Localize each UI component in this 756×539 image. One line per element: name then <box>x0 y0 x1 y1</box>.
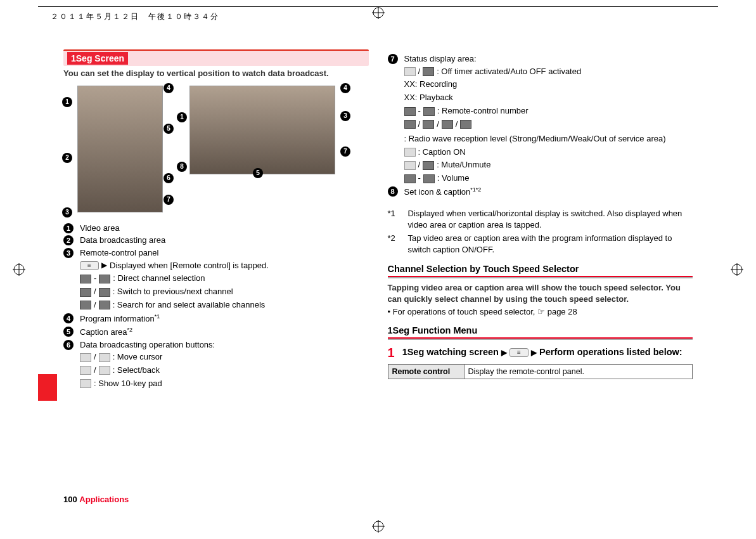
legend-7: Status display area: <box>404 53 693 65</box>
note1-label: *1 <box>388 208 402 230</box>
legend-5-sup: *2 <box>127 327 132 333</box>
legend-1: Video area <box>80 223 369 234</box>
figure-vertical <box>77 86 163 212</box>
section-title: 1Seg Screen <box>67 52 128 65</box>
autooff-icon <box>423 67 434 76</box>
up-key-icon <box>80 288 91 297</box>
legend-7c: XX: Playback <box>404 92 453 104</box>
crop-mark-left <box>13 263 25 276</box>
caption-on-icon <box>404 148 416 157</box>
remote-num-icon <box>404 107 416 116</box>
step-1: 1 1Seg watching screen ▶ ▶ Perform opera… <box>388 346 693 359</box>
offtimer-icon <box>404 67 416 76</box>
search-key-icon <box>80 301 91 309</box>
callout-3: 3 <box>62 207 72 218</box>
page-number: 100 <box>63 495 77 504</box>
channel-bullet: For operations of touch speed selector, <box>393 307 535 316</box>
legend-3b: : Direct channel selection <box>113 273 205 285</box>
legend-7e: : Radio wave reception level (Strong/Med… <box>404 133 666 145</box>
signal-weak-icon <box>442 120 453 129</box>
subheading-channel: Channel Selection by Touch Speed Selecto… <box>388 264 693 274</box>
section-intro: You can set the display to vertical posi… <box>63 68 369 79</box>
legend-5: Caption area <box>80 327 127 337</box>
callout-2: 2 <box>62 153 72 163</box>
legend-7b: XX: Recording <box>404 79 458 91</box>
side-tab <box>38 374 57 401</box>
vol-min-icon <box>404 174 416 183</box>
subheading-menu: 1Seg Function Menu <box>388 325 693 335</box>
signal-med-icon <box>423 120 434 129</box>
menu-key-icon <box>80 261 99 270</box>
function-table: Remote control Display the remote-contro… <box>388 364 693 379</box>
legend-3a: Displayed when [Remote control] is tappe… <box>110 260 269 272</box>
legend-4-sup: *1 <box>155 313 160 320</box>
callout-4: 4 <box>163 83 174 93</box>
callout-h7: 7 <box>340 146 350 157</box>
callout-h1: 1 <box>177 112 187 122</box>
legend-list: 1Video area 2Data broadcasting area 3Rem… <box>63 223 369 390</box>
note2-label: *2 <box>388 233 402 255</box>
page-section: Applications <box>79 495 129 504</box>
crop-mark-top <box>372 6 385 19</box>
left-column: 1Seg Screen You can set the display to v… <box>63 49 369 476</box>
right-column: 7Status display area: /: Off timer activ… <box>388 49 693 476</box>
figure-horizontal <box>189 86 335 174</box>
note2: Tap video area or caption area with the … <box>408 233 693 255</box>
signal-out-icon <box>460 120 471 129</box>
table-c2: Display the remote-control panel. <box>464 365 693 379</box>
page-footer: 100 Applications <box>63 495 129 504</box>
legend-4: Program information <box>80 314 155 323</box>
search-key-icon-2 <box>99 301 110 309</box>
legend-3: Remote-control panel <box>80 247 369 259</box>
legend-6b: : Select/back <box>113 365 160 377</box>
legend-8: Set icon & caption <box>404 187 471 197</box>
legend-7h: : Volume <box>437 172 470 185</box>
legend-6a: : Move cursor <box>113 351 163 363</box>
legend-6c: : Show 10-key pad <box>94 378 162 390</box>
page-ref-icon: ☞ <box>537 307 545 316</box>
table-c1: Remote control <box>388 365 464 379</box>
legend-7d: : Remote-control number <box>437 105 529 117</box>
crop-mark-right <box>731 263 743 276</box>
callout-h5: 5 <box>253 168 263 178</box>
remote-num-icon-2 <box>423 107 435 116</box>
legend-6: Data broadcasting operation buttons: <box>80 339 369 351</box>
legend-3d: : Search for and select available channe… <box>113 299 266 311</box>
legend-2: Data broadcasting area <box>80 235 369 246</box>
legend-8-sup: *1*2 <box>470 186 481 193</box>
callout-h8: 8 <box>177 162 187 172</box>
crop-mark-bottom <box>372 520 385 533</box>
section-heading-bar: 1Seg Screen <box>63 49 369 66</box>
tenkey-icon <box>80 379 91 388</box>
menu-key-icon-2 <box>509 348 529 357</box>
callout-6: 6 <box>163 173 174 183</box>
callout-h4: 4 <box>340 83 350 93</box>
legend-7g: : Mute/Unmute <box>437 159 490 171</box>
num-key-icon <box>80 275 91 283</box>
step-text-a: 1Seg watching screen <box>402 347 499 357</box>
cursor-up-icon <box>80 353 91 362</box>
callout-7: 7 <box>163 195 174 205</box>
down-key-icon <box>99 288 110 297</box>
num-key-icon-12 <box>99 275 110 283</box>
figure-row: 1 2 3 4 5 6 7 1 8 5 4 3 7 <box>63 86 369 212</box>
callout-h3: 3 <box>340 111 350 121</box>
select-icon <box>80 366 91 375</box>
mute-icon <box>404 161 416 170</box>
subheading-rule <box>388 276 693 278</box>
header-date: ２０１１年５月１２日 午後１０時３４分 <box>51 11 219 22</box>
callout-1: 1 <box>62 97 72 107</box>
vol-max-icon <box>423 174 435 183</box>
channel-ref: page 28 <box>548 307 577 316</box>
cursor-down-icon <box>99 353 110 362</box>
legend-3c: : Switch to previous/next channel <box>113 286 233 298</box>
step-text-b: Perform operations listed below: <box>539 347 682 357</box>
signal-strong-icon <box>404 120 416 129</box>
legend-7a: : Off timer activated/Auto OFF activated <box>437 66 581 78</box>
callout-5: 5 <box>163 124 174 134</box>
unmute-icon <box>423 161 434 170</box>
legend-7f: : Caption ON <box>418 146 466 159</box>
note1: Displayed when vertical/horizontal displ… <box>408 208 693 230</box>
channel-body: Tapping video area or caption area will … <box>388 282 693 304</box>
step-number: 1 <box>388 346 395 359</box>
